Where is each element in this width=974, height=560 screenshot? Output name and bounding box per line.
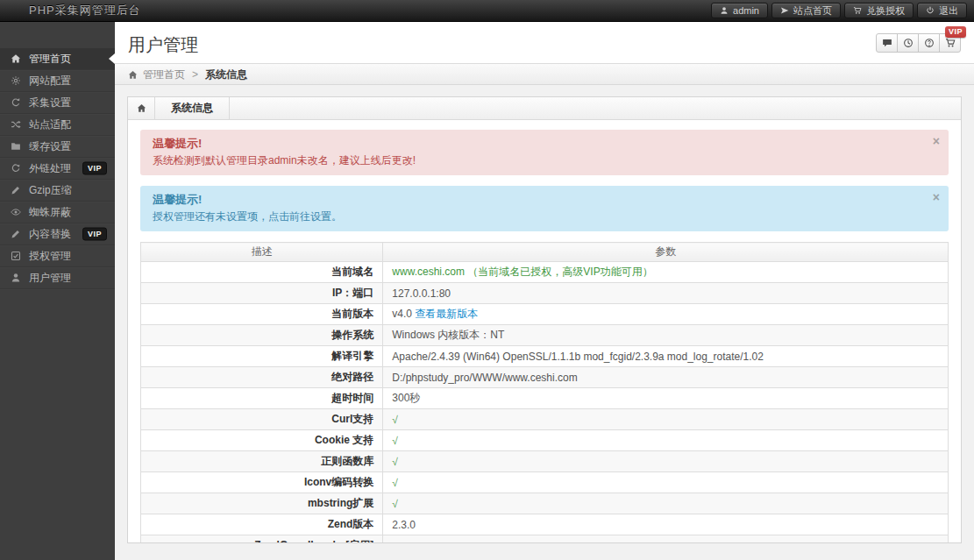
sidebar-item-collect-settings[interactable]: 采集设置 xyxy=(0,92,115,114)
row-label: Iconv编码转换 xyxy=(141,472,383,493)
table-row: IP：端口127.0.0.1:80 xyxy=(141,283,949,304)
sidebar-item-content-replace[interactable]: 内容替换VIP xyxy=(0,223,115,245)
row-label: mbstring扩展 xyxy=(141,493,383,514)
plane-icon xyxy=(780,6,789,15)
help-button[interactable] xyxy=(918,33,940,53)
row-label: Zend版本 xyxy=(141,514,383,535)
tabstrip: 系统信息 xyxy=(128,97,961,120)
main-area: 用户管理 VIP 管理首页>系统信息 系统信息 温馨提示! 系统检测到默认管理目… xyxy=(115,22,974,560)
sidebar-item-label: 内容替换 xyxy=(29,228,71,240)
breadcrumb: 管理首页>系统信息 xyxy=(115,63,974,85)
pencil-icon xyxy=(11,185,21,195)
breadcrumb-home-link[interactable]: 管理首页 xyxy=(143,68,185,81)
row-value: D:/phpstudy_pro/WWW/www.ceshi.com xyxy=(383,367,949,388)
table-header-row: 描述 参数 xyxy=(141,243,949,262)
row-label: 超时时间 xyxy=(141,388,383,409)
table-row: 操作系统Windows 内核版本：NT xyxy=(141,325,949,346)
vip-badge: VIP xyxy=(82,228,107,241)
value-text: 2.3.0 xyxy=(392,519,416,531)
topbar-actions: admin站点首页兑换授权退出 xyxy=(707,3,967,18)
shuffle-icon xyxy=(11,119,21,130)
check-square-icon xyxy=(11,251,21,261)
power-icon xyxy=(926,6,935,15)
sidebar-menu: 管理首页网站配置采集设置站点适配缓存设置外链处理VIPGzip压缩蜘蛛屏蔽内容替… xyxy=(0,22,115,289)
value-text: 300秒 xyxy=(392,392,420,404)
sidebar-item-label: Gzip压缩 xyxy=(29,184,72,196)
sidebar-item-cache-settings[interactable]: 缓存设置 xyxy=(0,136,115,158)
cart-icon xyxy=(853,6,862,15)
row-value: Windows 内核版本：NT xyxy=(383,325,949,346)
close-icon[interactable]: × xyxy=(933,135,940,147)
table-row: Iconv编码转换√ xyxy=(141,472,949,493)
close-icon[interactable]: × xyxy=(933,191,940,203)
value-text: √ xyxy=(392,414,398,426)
value-text: √ xyxy=(392,477,398,489)
sidebar-item-gzip[interactable]: Gzip压缩 xyxy=(0,180,115,202)
row-label: 当前版本 xyxy=(141,304,383,325)
value-link[interactable]: 查看最新版本 xyxy=(415,308,478,320)
row-value: × xyxy=(383,535,949,544)
cart-icon xyxy=(945,38,956,48)
page-header: 用户管理 VIP xyxy=(115,22,974,63)
content-box: 系统信息 温馨提示! 系统检测到默认管理目录admin未改名，建议上线后更改! … xyxy=(127,96,962,543)
pencil-icon xyxy=(11,229,21,239)
value-text: 127.0.0.1:80 xyxy=(392,287,451,300)
value-text: Apache/2.4.39 (Win64) OpenSSL/1.1.1b mod… xyxy=(392,351,764,363)
row-label: 正则函数库 xyxy=(141,451,383,472)
app-logo: PHP采集网管理后台 xyxy=(29,0,141,21)
store-button[interactable]: VIP xyxy=(939,33,961,53)
alert-danger: 温馨提示! 系统检测到默认管理目录admin未改名，建议上线后更改! × xyxy=(140,130,949,175)
topbar-item-admin[interactable]: admin xyxy=(711,3,768,18)
topbar-item-exchange-license[interactable]: 兑换授权 xyxy=(844,3,914,18)
sidebar-item-label: 缓存设置 xyxy=(29,140,71,152)
table-row: ZendGuardLoader[启用]× xyxy=(141,535,949,544)
table-body: 当前域名www.ceshi.com （当前域名已授权，高级VIP功能可用）IP：… xyxy=(141,262,949,544)
topbar-item-logout[interactable]: 退出 xyxy=(917,3,967,18)
sidebar-item-external-links[interactable]: 外链处理VIP xyxy=(0,158,115,180)
table-row: 当前域名www.ceshi.com （当前域名已授权，高级VIP功能可用） xyxy=(141,262,949,283)
value-text: v4.0 xyxy=(392,308,415,320)
sidebar-item-site-config[interactable]: 网站配置 xyxy=(0,70,115,92)
alert-info: 温馨提示! 授权管理还有未设置项，点击前往设置。 × xyxy=(140,186,949,231)
alert-message: 系统检测到默认管理目录admin未改名，建议上线后更改! xyxy=(153,153,922,168)
row-value: Apache/2.4.39 (Win64) OpenSSL/1.1.1b mod… xyxy=(383,346,949,367)
sidebar-item-spider-block[interactable]: 蜘蛛屏蔽 xyxy=(0,202,115,223)
table-row: 绝对路径D:/phpstudy_pro/WWW/www.ceshi.com xyxy=(141,367,949,388)
table-row: Zend版本2.3.0 xyxy=(141,514,949,535)
value-text: √ xyxy=(392,498,398,510)
eye-icon xyxy=(11,207,21,217)
folder-icon xyxy=(11,141,21,152)
tab-home[interactable] xyxy=(128,97,155,119)
topbar-item-site-home[interactable]: 站点首页 xyxy=(771,3,841,18)
tab-system-info[interactable]: 系统信息 xyxy=(155,97,230,119)
sidebar-item-user-manage[interactable]: 用户管理 xyxy=(0,267,115,289)
sidebar-item-label: 采集设置 xyxy=(29,96,71,109)
row-label: Curl支持 xyxy=(141,409,383,430)
table-row: mbstring扩展√ xyxy=(141,493,949,514)
home-icon xyxy=(137,103,146,113)
message-button[interactable] xyxy=(876,33,898,53)
sidebar-item-license-manage[interactable]: 授权管理 xyxy=(0,245,115,267)
clock-icon xyxy=(903,38,914,48)
system-info-table-wrap: 描述 参数 当前域名www.ceshi.com （当前域名已授权，高级VIP功能… xyxy=(128,242,961,543)
sidebar-item-label: 蜘蛛屏蔽 xyxy=(29,206,71,218)
row-value: 127.0.0.1:80 xyxy=(383,283,949,304)
content: 系统信息 温馨提示! 系统检测到默认管理目录admin未改名，建议上线后更改! … xyxy=(115,85,974,555)
sidebar-item-label: 授权管理 xyxy=(29,250,71,262)
history-button[interactable] xyxy=(897,33,919,53)
value-text: × xyxy=(392,540,398,544)
sidebar-item-home[interactable]: 管理首页 xyxy=(0,48,115,70)
vip-badge: VIP xyxy=(945,26,966,38)
row-value: √ xyxy=(383,409,949,430)
column-header-parameter: 参数 xyxy=(383,243,949,262)
topbar-item-label: 站点首页 xyxy=(793,4,832,18)
breadcrumb-current: 系统信息 xyxy=(205,68,247,81)
loop-icon xyxy=(11,163,21,174)
row-label: IP：端口 xyxy=(141,283,383,304)
table-row: 解译引擎Apache/2.4.39 (Win64) OpenSSL/1.1.1b… xyxy=(141,346,949,367)
alert-message: 授权管理还有未设置项，点击前往设置。 xyxy=(153,209,922,224)
sidebar-item-site-adapt[interactable]: 站点适配 xyxy=(0,114,115,136)
value-text: D:/phpstudy_pro/WWW/www.ceshi.com xyxy=(392,372,577,384)
row-value: √ xyxy=(383,493,949,514)
column-header-description: 描述 xyxy=(141,243,383,262)
